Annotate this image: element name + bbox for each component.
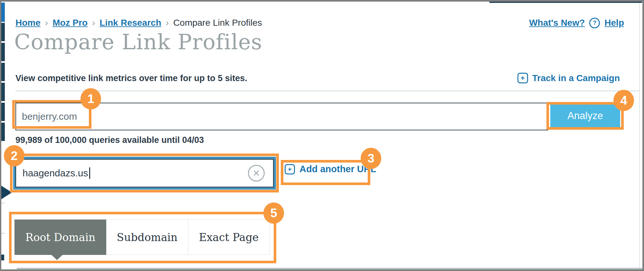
breadcrumb-link-moz-pro[interactable]: Moz Pro bbox=[52, 18, 88, 28]
screenshot-border bbox=[0, 269, 644, 271]
callout-badge-3: 3 bbox=[361, 148, 381, 169]
sidebar-sliver bbox=[1, 83, 5, 101]
sidebar-hairline bbox=[1, 233, 5, 234]
callout-badge-2: 2 bbox=[4, 145, 24, 166]
url-input-secondary[interactable]: haagendazs.us ✕ bbox=[15, 159, 274, 187]
url-input-primary-value: benjerry.com bbox=[22, 111, 77, 122]
url-input-secondary-value: haagendazs.us bbox=[23, 168, 88, 179]
breadcrumb-current-page: Compare Link Profiles bbox=[173, 18, 262, 28]
sidebar-sliver bbox=[1, 43, 5, 61]
content-edge-line bbox=[639, 3, 640, 268]
whats-new-link[interactable]: What's New? bbox=[529, 18, 585, 28]
screenshot-border bbox=[0, 0, 644, 2]
breadcrumb-separator: › bbox=[45, 18, 48, 28]
queries-status-text: 99,989 of 100,000 queries available unti… bbox=[15, 135, 204, 145]
tab-exact-page[interactable]: Exact Page bbox=[188, 220, 270, 255]
sidebar-sliver bbox=[1, 23, 5, 41]
track-in-campaign-link[interactable]: + Track in a Campaign bbox=[517, 73, 620, 83]
clear-input-icon[interactable]: ✕ bbox=[248, 165, 265, 182]
callout-badge-1: 1 bbox=[80, 88, 101, 109]
screenshot-border bbox=[642, 0, 644, 271]
screenshot-border bbox=[0, 0, 1, 271]
compare-link-profiles-page: Home › Moz Pro › Link Research › Compare… bbox=[0, 0, 644, 271]
help-icon: ? bbox=[589, 18, 600, 28]
utility-links: What's New? ? Help bbox=[529, 17, 624, 29]
sidebar-sliver bbox=[1, 63, 5, 81]
selected-tab-pointer bbox=[52, 255, 62, 260]
tab-subdomain[interactable]: Subdomain bbox=[106, 220, 188, 255]
breadcrumb: Home › Moz Pro › Link Research › Compare… bbox=[15, 17, 624, 29]
sidebar-arrow-icon bbox=[1, 186, 12, 199]
plus-icon: + bbox=[517, 73, 528, 83]
callout-badge-5: 5 bbox=[263, 202, 284, 224]
page-title: Compare Link Profiles bbox=[14, 30, 262, 54]
scope-tab-bar: Root Domain Subdomain Exact Page bbox=[14, 220, 270, 255]
breadcrumb-link-link-research[interactable]: Link Research bbox=[99, 18, 161, 28]
plus-icon: + bbox=[285, 164, 295, 174]
page-subtitle: View competitive link metrics over time … bbox=[15, 73, 247, 83]
tab-root-domain[interactable]: Root Domain bbox=[14, 220, 106, 255]
sidebar-sliver-blue bbox=[1, 3, 5, 22]
section-divider bbox=[15, 90, 640, 91]
analyze-button[interactable]: Analyze bbox=[550, 105, 620, 127]
add-another-url-button[interactable]: + Add another URL bbox=[285, 164, 376, 174]
text-cursor bbox=[89, 167, 90, 179]
url-input-secondary-focus-ring: haagendazs.us ✕ bbox=[13, 157, 276, 190]
sidebar-sliver bbox=[1, 255, 4, 260]
breadcrumb-separator: › bbox=[92, 18, 95, 28]
track-in-campaign-label: Track in a Campaign bbox=[532, 73, 620, 83]
help-link[interactable]: Help bbox=[604, 18, 624, 28]
sidebar-sliver bbox=[1, 123, 5, 141]
breadcrumb-separator: › bbox=[166, 18, 169, 28]
sidebar-sliver bbox=[1, 103, 5, 121]
breadcrumb-link-home[interactable]: Home bbox=[15, 18, 41, 28]
callout-badge-4: 4 bbox=[613, 90, 634, 111]
sidebar-hairline bbox=[1, 203, 5, 203]
